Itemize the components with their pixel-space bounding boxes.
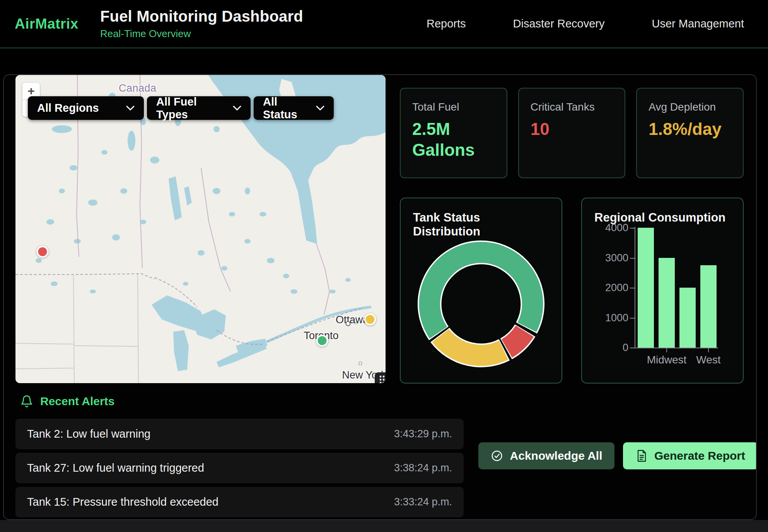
- top-row: Canada Ottawa Toronto New York + − All R…: [4, 75, 756, 383]
- tank-status-donut: [417, 240, 545, 368]
- stat-value-total-fuel: 2.5M Gallons: [412, 119, 495, 160]
- tank-status-distribution-card: Tank Status Distribution: [400, 198, 562, 384]
- alert-message: Tank 15: Pressure threshold exceeded: [27, 496, 218, 508]
- alert-row[interactable]: Tank 2: Low fuel warning 3:43:29 p.m.: [15, 419, 464, 449]
- consumption-bar: [700, 265, 717, 348]
- chevron-down-icon: [233, 106, 241, 111]
- charts-row: Tank Status Distribution Regional Consum…: [400, 198, 744, 384]
- regional-consumption-card: Regional Consumption 01000200030004000Mi…: [581, 198, 744, 384]
- top-nav-bar: AirMatrix Fuel Monitoring Dashboard Real…: [0, 0, 768, 48]
- map-drag-handle[interactable]: [375, 372, 386, 383]
- status-filter-dropdown[interactable]: All Status: [254, 96, 334, 120]
- map-canvas: [15, 75, 386, 383]
- region-filter-value: All Regions: [37, 102, 99, 114]
- stats-row: Total Fuel 2.5M Gallons Critical Tanks 1…: [400, 88, 744, 178]
- app-logo: AirMatrix: [15, 16, 79, 32]
- alert-time: 3:33:24 p.m.: [394, 496, 452, 508]
- tank-marker-normal[interactable]: [316, 335, 328, 347]
- status-filter-value: All Status: [263, 95, 309, 121]
- fuel-tank-map[interactable]: Canada Ottawa Toronto New York + − All R…: [15, 75, 386, 383]
- right-column: Total Fuel 2.5M Gallons Critical Tanks 1…: [400, 75, 744, 383]
- alert-time: 3:38:24 p.m.: [394, 462, 452, 474]
- new-york-town-dot: [359, 362, 362, 365]
- page-subtitle: Real-Time Overview: [100, 28, 303, 40]
- generate-report-label: Generate Report: [654, 449, 745, 462]
- y-axis-tick-label: 0: [604, 342, 628, 354]
- stat-value-avg-depletion: 1.8%/day: [649, 119, 731, 140]
- alerts-header: Recent Alerts: [15, 393, 464, 410]
- y-axis-tick-label: 2000: [604, 282, 628, 294]
- alert-message: Tank 27: Low fuel warning triggered: [27, 462, 204, 474]
- check-circle-icon: [491, 450, 503, 462]
- stat-label: Avg Depletion: [649, 101, 731, 113]
- alert-time: 3:43:29 p.m.: [394, 428, 452, 440]
- alert-row[interactable]: Tank 27: Low fuel warning triggered 3:38…: [15, 453, 464, 483]
- recent-alerts-section: Recent Alerts Tank 2: Low fuel warning 3…: [4, 383, 756, 520]
- bell-icon: [20, 395, 33, 408]
- stat-value-critical-tanks: 10: [531, 119, 613, 140]
- nav-item-disaster-recovery[interactable]: Disaster Recovery: [513, 17, 605, 30]
- nav-item-user-management[interactable]: User Management: [652, 17, 744, 30]
- consumption-bar: [659, 258, 675, 348]
- page-bottom-strip: [0, 520, 768, 532]
- ottawa-town-dot: [346, 321, 351, 326]
- alert-row[interactable]: Tank 15: Pressure threshold exceeded 3:3…: [15, 487, 464, 517]
- chevron-down-icon: [316, 106, 324, 111]
- chart-title: Tank Status Distribution: [413, 211, 549, 239]
- stat-card-total-fuel: Total Fuel 2.5M Gallons: [400, 88, 507, 178]
- nav-item-reports[interactable]: Reports: [427, 17, 466, 30]
- alerts-actions: Acknowledge All Generate Report: [478, 442, 757, 520]
- acknowledge-all-label: Acknowledge All: [510, 449, 602, 462]
- page-title: Fuel Monitoring Dashboard: [100, 8, 303, 25]
- tank-marker-warning[interactable]: [364, 314, 376, 326]
- consumption-bar: [679, 288, 696, 348]
- title-block: Fuel Monitoring Dashboard Real-Time Over…: [100, 8, 303, 40]
- donut-chart-wrap: [417, 240, 545, 370]
- stat-card-avg-depletion: Avg Depletion 1.8%/day: [636, 88, 744, 178]
- consumption-bar: [638, 228, 654, 348]
- stat-label: Critical Tanks: [531, 101, 613, 113]
- generate-report-button[interactable]: Generate Report: [623, 442, 757, 469]
- alerts-title: Recent Alerts: [40, 395, 114, 408]
- stat-card-critical-tanks: Critical Tanks 10: [518, 88, 626, 178]
- tank-marker-critical[interactable]: [36, 246, 48, 257]
- y-axis-tick-label: 1000: [604, 312, 628, 324]
- grip-dots-icon: [377, 375, 386, 383]
- map-filter-bar: All Regions All Fuel Types All Status: [28, 96, 334, 120]
- stat-label: Total Fuel: [412, 101, 495, 113]
- region-filter-dropdown[interactable]: All Regions: [28, 96, 144, 120]
- chevron-down-icon: [126, 106, 135, 111]
- y-axis-tick-label: 4000: [604, 222, 628, 234]
- regional-consumption-bar-chart: 01000200030004000MidwestWest: [604, 227, 720, 368]
- fuel-type-filter-value: All Fuel Types: [156, 95, 226, 121]
- alerts-list: Recent Alerts Tank 2: Low fuel warning 3…: [15, 393, 464, 520]
- dashboard-container: Canada Ottawa Toronto New York + − All R…: [3, 74, 757, 520]
- alert-message: Tank 2: Low fuel warning: [27, 428, 150, 440]
- y-axis-tick-label: 3000: [604, 252, 628, 264]
- acknowledge-all-button[interactable]: Acknowledge All: [478, 442, 614, 469]
- main-nav: Reports Disaster Recovery User Managemen…: [427, 17, 744, 30]
- x-axis-tick-label: West: [681, 354, 736, 366]
- document-icon: [636, 450, 647, 462]
- fuel-type-filter-dropdown[interactable]: All Fuel Types: [147, 96, 251, 120]
